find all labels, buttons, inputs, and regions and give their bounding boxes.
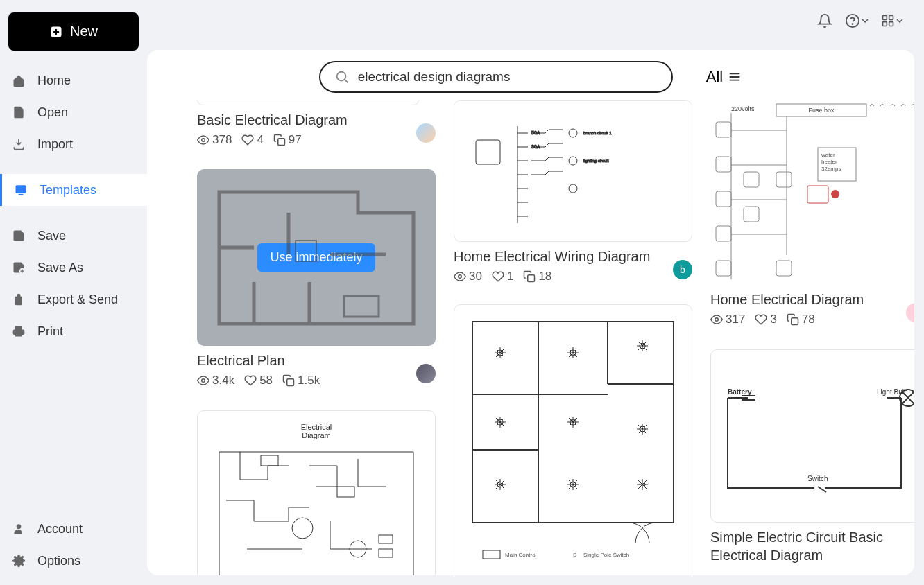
- svg-rect-20: [261, 455, 278, 466]
- svg-text:lighting circuit: lighting circuit: [583, 159, 609, 163]
- card-thumbnail[interactable]: Battery Light Bulb Switch: [710, 349, 914, 523]
- sidebar-item-label: Import: [37, 137, 73, 152]
- eye-icon: [197, 134, 209, 146]
- svg-point-63: [831, 190, 839, 198]
- card-thumbnail[interactable]: Main Control S Single Pole Switch: [454, 304, 692, 575]
- svg-point-29: [569, 129, 577, 137]
- plus-icon: [49, 25, 63, 39]
- avatar[interactable]: [416, 123, 436, 143]
- svg-point-34: [459, 275, 462, 279]
- card-thumbnail[interactable]: 50A 30A branch circuit 1 lighting circui…: [454, 100, 692, 242]
- avatar[interactable]: b: [673, 260, 692, 279]
- card-meta: 378 4 97: [197, 133, 436, 147]
- eye-icon: [454, 270, 466, 283]
- sidebar-item-save[interactable]: Save: [0, 220, 147, 252]
- svg-text:32amps: 32amps: [821, 166, 841, 172]
- heart-icon: [241, 134, 254, 146]
- card-title: Electrical Plan: [197, 351, 436, 369]
- card-thumbnail[interactable]: 220volts Fuse box w: [710, 100, 914, 285]
- svg-text:Fuse box: Fuse box: [808, 107, 835, 114]
- card-meta: 317 3 78: [710, 313, 914, 326]
- svg-text:S: S: [573, 552, 576, 558]
- sidebar-item-open[interactable]: Open: [0, 96, 147, 128]
- svg-rect-53: [716, 122, 731, 137]
- svg-rect-26: [476, 140, 500, 164]
- eye-icon: [710, 313, 723, 326]
- svg-rect-7: [16, 185, 26, 193]
- copy-icon: [273, 134, 286, 146]
- saveas-icon: [11, 260, 26, 275]
- sidebar-item-label: Save: [37, 229, 66, 243]
- svg-rect-62: [807, 186, 828, 203]
- svg-rect-60: [776, 172, 792, 187]
- svg-point-9: [17, 524, 22, 529]
- svg-rect-58: [744, 172, 759, 187]
- user-icon: [11, 521, 26, 536]
- card-title: Home Electrical Diagram: [710, 290, 914, 308]
- sidebar-item-export[interactable]: Export & Send: [0, 283, 147, 315]
- heart-icon: [755, 313, 767, 326]
- template-card: 50A 30A branch circuit 1 lighting circui…: [454, 100, 692, 283]
- svg-text:heater: heater: [821, 159, 837, 165]
- svg-rect-69: [792, 318, 798, 325]
- svg-point-68: [715, 318, 719, 322]
- card-meta: 30 1 18 b: [454, 270, 692, 283]
- heart-icon: [244, 374, 257, 387]
- card-title: Basic Electrical Diagram: [197, 111, 436, 129]
- main-panel: All Basic Electrical Diagram 378 4 97: [147, 50, 914, 575]
- sidebar-item-templates[interactable]: Templates: [0, 174, 147, 206]
- svg-rect-13: [278, 139, 285, 146]
- card-meta: 3.4k 58 1.5k: [197, 374, 436, 387]
- svg-rect-17: [287, 379, 294, 386]
- apps-icon[interactable]: [881, 14, 903, 28]
- filter-all[interactable]: All: [706, 68, 742, 86]
- svg-rect-46: [483, 550, 500, 559]
- svg-text:Light Bulb: Light Bulb: [877, 388, 908, 396]
- new-button[interactable]: New: [8, 12, 139, 51]
- copy-icon: [523, 270, 536, 283]
- copy-icon: [787, 313, 799, 326]
- svg-rect-61: [776, 261, 792, 276]
- help-icon[interactable]: [845, 13, 869, 28]
- export-icon: [11, 292, 26, 307]
- sidebar-item-home[interactable]: Home: [0, 64, 147, 96]
- sidebar-item-label: Export & Send: [37, 292, 118, 307]
- card-thumbnail[interactable]: Electrical Diagram: [197, 410, 436, 575]
- svg-text:branch circuit 1: branch circuit 1: [583, 131, 612, 135]
- svg-text:Battery: Battery: [728, 388, 752, 396]
- svg-rect-4: [883, 22, 887, 26]
- svg-point-12: [202, 139, 205, 142]
- svg-rect-57: [716, 261, 731, 276]
- svg-rect-5: [889, 22, 893, 26]
- svg-rect-3: [889, 16, 893, 20]
- card-thumbnail[interactable]: Use immediately: [197, 169, 436, 346]
- svg-point-1: [853, 24, 853, 24]
- sidebar-item-label: Open: [37, 105, 68, 120]
- svg-text:Diagram: Diagram: [302, 431, 331, 439]
- svg-point-16: [202, 379, 205, 383]
- new-label: New: [70, 24, 98, 40]
- sidebar-item-options[interactable]: Options: [0, 545, 147, 577]
- search-icon: [334, 69, 350, 85]
- print-icon: [11, 324, 26, 339]
- svg-rect-15: [296, 241, 316, 261]
- copy-icon: [282, 374, 295, 387]
- templates-icon: [13, 182, 28, 198]
- search-box[interactable]: [319, 61, 673, 93]
- avatar[interactable]: [416, 364, 436, 383]
- template-card: Use immediately Electrical Plan 3.4k 58 …: [197, 169, 436, 387]
- sidebar-item-import[interactable]: Import: [0, 128, 147, 160]
- svg-text:water: water: [821, 152, 835, 158]
- template-card: Battery Light Bulb Switch Simple Electri…: [710, 349, 914, 564]
- sidebar-item-print[interactable]: Print: [0, 315, 147, 347]
- template-card: Electrical Diagram: [197, 410, 436, 575]
- svg-rect-55: [716, 191, 731, 207]
- sidebar-item-account[interactable]: Account: [0, 513, 147, 545]
- sidebar-item-saveas[interactable]: Save As: [0, 252, 147, 283]
- bell-icon[interactable]: [817, 13, 832, 28]
- svg-rect-21: [337, 487, 354, 497]
- search-input[interactable]: [358, 69, 658, 85]
- svg-text:Single Pole Switch: Single Pole Switch: [583, 552, 629, 558]
- template-card: Main Control S Single Pole Switch: [454, 304, 692, 575]
- svg-rect-25: [379, 549, 393, 557]
